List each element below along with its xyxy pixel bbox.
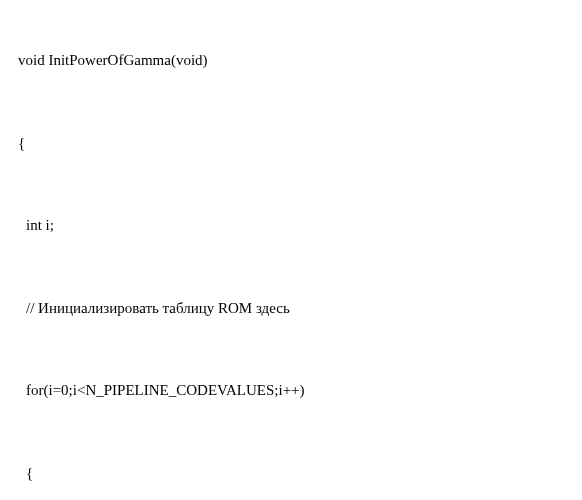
code-line-2: {: [18, 134, 572, 154]
code-line-5: for(i=0;i<N_PIPELINE_CODEVALUES;i++): [18, 381, 572, 401]
code-block: void InitPowerOfGamma(void) { int i; // …: [18, 12, 572, 500]
code-line-1: void InitPowerOfGamma(void): [18, 51, 572, 71]
code-line-4: // Инициализировать таблицу ROM здесь: [18, 299, 572, 319]
code-line-3: int i;: [18, 216, 572, 236]
code-line-6: {: [18, 464, 572, 484]
